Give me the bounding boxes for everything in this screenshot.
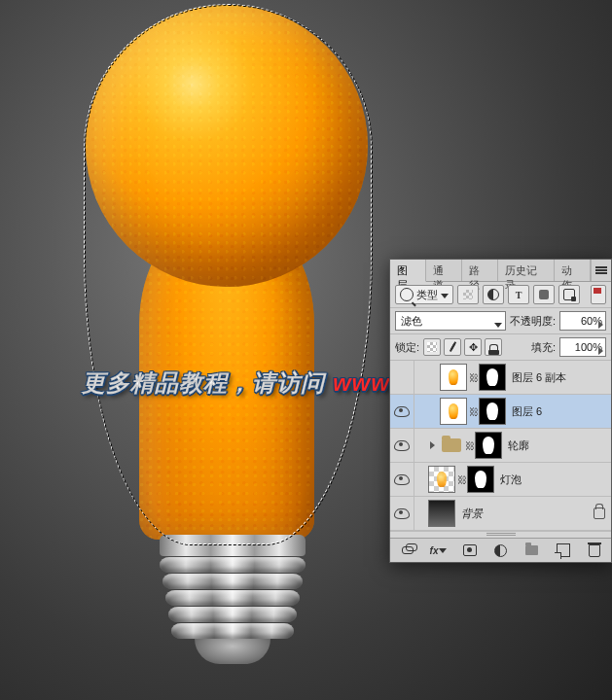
visibility-toggle[interactable] [390, 463, 414, 496]
opacity-field[interactable]: 60% [559, 311, 606, 331]
visibility-toggle[interactable] [390, 395, 414, 428]
layer-row[interactable]: ⛓ 轮廓 [390, 429, 611, 463]
layer-mask-thumbnail[interactable] [467, 466, 494, 493]
adjustment-icon [494, 544, 507, 557]
new-group-button[interactable] [517, 541, 547, 560]
layer-name[interactable]: 图层 6 副本 [508, 370, 605, 385]
chevron-right-icon [430, 441, 435, 449]
folder-icon [442, 438, 461, 452]
layer-name[interactable]: 图层 6 [508, 404, 605, 419]
layer-name[interactable]: 轮廓 [504, 438, 605, 453]
layer-thumbnail[interactable] [440, 364, 467, 391]
folder-icon [525, 545, 538, 555]
blend-mode-select[interactable]: 滤色 [395, 311, 506, 331]
bulb-glass [86, 5, 368, 540]
artwork-lightbulb [86, 5, 368, 685]
chevron-down-icon [441, 294, 449, 298]
visibility-toggle[interactable] [390, 429, 414, 462]
adjustment-icon [487, 289, 499, 300]
panel-menu-icon[interactable] [591, 260, 611, 281]
filter-type-button[interactable]: T [508, 285, 529, 304]
link-icon: ⛓ [465, 440, 473, 451]
fx-icon: fx [430, 545, 439, 556]
layer-thumbnail[interactable] [428, 500, 455, 527]
group-mask-thumbnail[interactable] [475, 432, 502, 459]
new-layer-icon [557, 543, 570, 557]
new-adjustment-button[interactable] [486, 541, 516, 560]
chevron-down-icon [494, 323, 502, 328]
link-layers-button[interactable] [392, 541, 422, 560]
panel-bottom-bar: fx [390, 538, 611, 562]
mask-icon [463, 544, 477, 556]
filter-kind-select[interactable]: 类型 [395, 285, 453, 304]
visibility-toggle[interactable] [390, 497, 414, 530]
layer-row[interactable]: ⛓ 图层 6 [390, 395, 611, 429]
eye-icon [394, 474, 410, 485]
layer-filter-row: 类型 T [390, 282, 611, 308]
layer-list: ⛓ 图层 6 副本 ⛓ 图层 6 ⛓ 轮廓 ⛓ 灯泡 [390, 361, 611, 531]
fill-field[interactable]: 100% [559, 337, 606, 357]
layers-panel: 图层 通道 路径 历史记录 动作 类型 T 滤色 不透明度: 60% 锁定: [389, 259, 612, 563]
layer-row[interactable]: ⛓ 图层 6 副本 [390, 361, 611, 395]
lock-icon [489, 344, 498, 351]
layer-mask-thumbnail[interactable] [479, 364, 506, 391]
filter-pixel-button[interactable] [457, 285, 479, 304]
smartobject-icon [563, 289, 575, 300]
new-layer-button[interactable] [548, 541, 578, 560]
lock-fill-row: 锁定: ✥ 填充: 100% [390, 334, 611, 361]
layer-name[interactable]: 背景 [457, 507, 594, 521]
bulb-screw-base [160, 535, 306, 671]
eye-icon [394, 440, 410, 451]
fill-label: 填充: [531, 340, 556, 355]
chain-icon [402, 546, 414, 554]
transparency-icon [427, 342, 437, 352]
shape-icon [539, 290, 549, 299]
lock-label: 锁定: [395, 340, 419, 355]
tab-actions[interactable]: 动作 [555, 260, 591, 281]
panel-tabs: 图层 通道 路径 历史记录 动作 [390, 260, 611, 282]
add-mask-button[interactable] [454, 541, 485, 560]
layer-thumbnail[interactable] [440, 398, 467, 425]
brush-icon [450, 343, 455, 352]
blend-opacity-row: 滤色 不透明度: 60% [390, 308, 611, 334]
move-icon: ✥ [469, 342, 478, 353]
layer-thumbnail[interactable] [428, 466, 455, 493]
trash-icon [589, 544, 600, 557]
group-disclosure[interactable] [426, 441, 438, 449]
tab-channels[interactable]: 通道 [426, 260, 462, 281]
layer-name[interactable]: 灯泡 [496, 472, 605, 487]
delete-layer-button[interactable] [579, 541, 609, 560]
link-icon: ⛓ [469, 406, 477, 417]
filter-smart-button[interactable] [558, 285, 580, 304]
layer-row[interactable]: ⛓ 灯泡 [390, 463, 611, 497]
layer-row[interactable]: 背景 [390, 497, 611, 531]
eye-icon [394, 508, 410, 519]
tab-layers[interactable]: 图层 [390, 260, 426, 282]
lock-all-button[interactable] [485, 338, 502, 356]
visibility-toggle[interactable] [390, 361, 414, 394]
link-icon: ⛓ [469, 372, 477, 383]
lock-icon [594, 508, 605, 519]
opacity-label: 不透明度: [510, 314, 556, 329]
chevron-down-icon [439, 548, 447, 553]
chevron-right-icon [598, 321, 603, 329]
search-icon [400, 288, 414, 301]
layer-mask-thumbnail[interactable] [479, 398, 506, 425]
panel-resize-grip[interactable] [390, 531, 611, 538]
blend-mode-value: 滤色 [401, 314, 422, 329]
filter-adjustment-button[interactable] [483, 285, 504, 304]
filter-toggle-switch[interactable] [591, 285, 606, 304]
pixel-icon [463, 290, 473, 299]
lock-pixels-button[interactable] [444, 338, 461, 356]
lock-transparency-button[interactable] [423, 338, 441, 356]
tab-history[interactable]: 历史记录 [498, 260, 556, 281]
filter-shape-button[interactable] [533, 285, 555, 304]
lock-position-button[interactable]: ✥ [464, 338, 482, 356]
tab-paths[interactable]: 路径 [462, 260, 498, 281]
chevron-right-icon [598, 347, 603, 355]
eye-icon [394, 406, 410, 417]
layer-style-button[interactable]: fx [423, 541, 453, 560]
filter-kind-label: 类型 [416, 288, 438, 302]
type-icon: T [516, 290, 522, 300]
link-icon: ⛓ [457, 474, 465, 485]
